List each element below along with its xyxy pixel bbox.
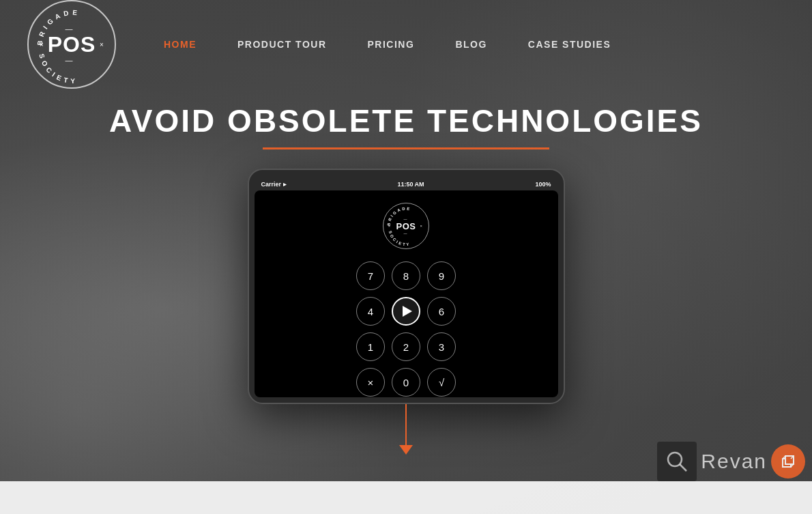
- nav-link-case-studies[interactable]: CASE STUDIES: [528, 39, 611, 50]
- svg-line-9: [680, 464, 686, 471]
- svg-text:SOCIETY: SOCIETY: [38, 53, 78, 85]
- bottom-bar: [0, 481, 812, 514]
- revan-watermark: Revan: [657, 442, 805, 481]
- svg-text:×: ×: [420, 224, 422, 228]
- arrow-line: [405, 404, 407, 445]
- screen-logo-pos: POS: [396, 221, 416, 231]
- ipad-time: 11:50 AM: [397, 181, 424, 188]
- numpad-key-x[interactable]: ×: [356, 368, 385, 397]
- play-triangle-icon: [403, 306, 412, 317]
- svg-text:×: ×: [40, 41, 44, 48]
- numpad-key-3[interactable]: 3: [427, 332, 456, 361]
- numpad-key-7[interactable]: 7: [356, 261, 385, 290]
- numpad-key-4[interactable]: 4: [356, 297, 385, 326]
- screen-logo: BRIGADE SOCIETY × × — POS —: [383, 203, 429, 249]
- numpad-play-button[interactable]: [392, 297, 420, 326]
- scroll-down-arrow[interactable]: [399, 404, 413, 455]
- logo[interactable]: BRIGADE SOCIETY × × — POS —: [27, 0, 123, 96]
- nav-links: HOME PRODUCT TOUR PRICING BLOG CASE STUD…: [164, 39, 611, 50]
- nav-link-pricing[interactable]: PRICING: [368, 39, 415, 50]
- ipad-carrier: Carrier ▸: [261, 181, 287, 188]
- nav-link-blog[interactable]: BLOG: [455, 39, 487, 50]
- numpad-key-1[interactable]: 1: [356, 332, 385, 361]
- ipad-battery: 100%: [535, 181, 551, 188]
- arrow-head-icon: [399, 445, 413, 455]
- svg-text:×: ×: [388, 224, 390, 228]
- numpad: 7 8 9 4 6 1 2 3 × 0 √: [356, 261, 456, 397]
- numpad-key-2[interactable]: 2: [392, 332, 420, 361]
- navigation: BRIGADE SOCIETY × × — POS — HOME PRODUCT…: [0, 0, 812, 89]
- ipad-frame: Carrier ▸ 11:50 AM 100% BRIGADE: [248, 169, 565, 404]
- nav-link-product-tour[interactable]: PRODUCT TOUR: [237, 39, 327, 50]
- logo-ring-svg: BRIGADE SOCIETY × ×: [29, 1, 117, 90]
- numpad-key-8[interactable]: 8: [392, 261, 420, 290]
- hero-underline: [263, 147, 549, 149]
- ipad-mockup: Carrier ▸ 11:50 AM 100% BRIGADE: [248, 169, 565, 404]
- numpad-key-check[interactable]: √: [427, 368, 456, 397]
- revan-icon-svg: [664, 448, 690, 474]
- hero-content: AVOID OBSOLETE TECHNOLOGIES Carrier ▸ 11…: [0, 89, 812, 455]
- revan-cube-icon: [779, 452, 798, 471]
- revan-search-icon: [657, 442, 697, 481]
- revan-brand-text: Revan: [701, 450, 767, 473]
- revan-icon-circle: [771, 444, 805, 479]
- ipad-screen: BRIGADE SOCIETY × × — POS —: [255, 190, 558, 397]
- ipad-status-bar: Carrier ▸ 11:50 AM 100%: [255, 178, 558, 190]
- numpad-key-9[interactable]: 9: [427, 261, 456, 290]
- hero-title: AVOID OBSOLETE TECHNOLOGIES: [109, 102, 703, 139]
- numpad-key-6[interactable]: 6: [427, 297, 456, 326]
- svg-text:×: ×: [100, 41, 104, 48]
- nav-link-home[interactable]: HOME: [164, 39, 197, 50]
- numpad-key-0[interactable]: 0: [392, 368, 420, 397]
